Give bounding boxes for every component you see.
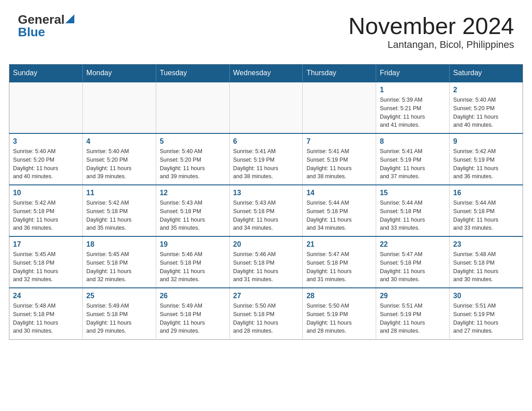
day-number: 5 — [160, 137, 226, 146]
day-of-week-saturday: Saturday — [450, 64, 523, 82]
calendar-cell — [9, 82, 83, 133]
day-info: Sunrise: 5:50 AMSunset: 5:19 PMDaylight:… — [306, 302, 372, 335]
calendar-cell: 29Sunrise: 5:51 AMSunset: 5:19 PMDayligh… — [376, 288, 450, 339]
day-number: 30 — [453, 292, 519, 300]
day-of-week-thursday: Thursday — [303, 64, 376, 82]
day-info: Sunrise: 5:41 AMSunset: 5:19 PMDaylight:… — [233, 147, 299, 181]
calendar-cell: 27Sunrise: 5:50 AMSunset: 5:18 PMDayligh… — [229, 288, 303, 339]
day-info: Sunrise: 5:45 AMSunset: 5:18 PMDaylight:… — [86, 250, 152, 284]
day-number: 7 — [306, 137, 372, 146]
day-number: 3 — [13, 137, 79, 146]
day-number: 13 — [233, 189, 299, 197]
calendar-cell: 17Sunrise: 5:45 AMSunset: 5:18 PMDayligh… — [9, 236, 83, 288]
location-title: Lantangan, Bicol, Philippines — [348, 39, 514, 51]
calendar-cell: 14Sunrise: 5:44 AMSunset: 5:18 PMDayligh… — [303, 185, 376, 236]
calendar-week-2: 3Sunrise: 5:40 AMSunset: 5:20 PMDaylight… — [9, 133, 523, 185]
day-number: 9 — [453, 137, 519, 146]
calendar-cell: 10Sunrise: 5:42 AMSunset: 5:18 PMDayligh… — [9, 185, 83, 236]
day-number: 27 — [233, 292, 299, 300]
logo-general-text: General — [18, 13, 64, 26]
day-info: Sunrise: 5:50 AMSunset: 5:18 PMDaylight:… — [233, 302, 299, 335]
day-info: Sunrise: 5:48 AMSunset: 5:18 PMDaylight:… — [13, 302, 79, 335]
calendar-week-4: 17Sunrise: 5:45 AMSunset: 5:18 PMDayligh… — [9, 236, 523, 288]
day-info: Sunrise: 5:43 AMSunset: 5:18 PMDaylight:… — [233, 199, 299, 232]
day-number: 24 — [13, 292, 79, 300]
calendar-cell: 11Sunrise: 5:42 AMSunset: 5:18 PMDayligh… — [82, 185, 156, 236]
day-info: Sunrise: 5:47 AMSunset: 5:18 PMDaylight:… — [380, 250, 446, 284]
days-of-week-row: SundayMondayTuesdayWednesdayThursdayFrid… — [9, 64, 523, 82]
day-number: 28 — [306, 292, 372, 300]
day-info: Sunrise: 5:44 AMSunset: 5:18 PMDaylight:… — [306, 199, 372, 232]
day-number: 23 — [453, 240, 519, 248]
day-info: Sunrise: 5:51 AMSunset: 5:19 PMDaylight:… — [453, 302, 519, 335]
day-info: Sunrise: 5:40 AMSunset: 5:20 PMDaylight:… — [13, 147, 79, 181]
calendar-week-5: 24Sunrise: 5:48 AMSunset: 5:18 PMDayligh… — [9, 288, 523, 339]
month-title: November 2024 — [348, 13, 514, 39]
calendar-cell: 21Sunrise: 5:47 AMSunset: 5:18 PMDayligh… — [303, 236, 376, 288]
calendar-cell: 15Sunrise: 5:44 AMSunset: 5:18 PMDayligh… — [376, 185, 450, 236]
day-number: 2 — [453, 86, 519, 94]
day-info: Sunrise: 5:46 AMSunset: 5:18 PMDaylight:… — [160, 250, 226, 284]
calendar-cell: 9Sunrise: 5:42 AMSunset: 5:19 PMDaylight… — [450, 133, 523, 185]
day-info: Sunrise: 5:44 AMSunset: 5:18 PMDaylight:… — [453, 199, 519, 232]
calendar-cell: 26Sunrise: 5:49 AMSunset: 5:18 PMDayligh… — [156, 288, 229, 339]
day-info: Sunrise: 5:49 AMSunset: 5:18 PMDaylight:… — [86, 302, 152, 335]
day-number: 21 — [306, 240, 372, 248]
day-info: Sunrise: 5:42 AMSunset: 5:18 PMDaylight:… — [13, 199, 79, 232]
day-number: 19 — [160, 240, 226, 248]
calendar-cell: 13Sunrise: 5:43 AMSunset: 5:18 PMDayligh… — [229, 185, 303, 236]
title-section: November 2024 Lantangan, Bicol, Philippi… — [348, 13, 514, 51]
calendar-cell — [229, 82, 303, 133]
day-info: Sunrise: 5:41 AMSunset: 5:19 PMDaylight:… — [306, 147, 372, 181]
calendar-week-3: 10Sunrise: 5:42 AMSunset: 5:18 PMDayligh… — [9, 185, 523, 236]
day-info: Sunrise: 5:40 AMSunset: 5:20 PMDaylight:… — [160, 147, 226, 181]
svg-marker-0 — [65, 14, 74, 23]
calendar-cell: 3Sunrise: 5:40 AMSunset: 5:20 PMDaylight… — [9, 133, 83, 185]
day-number: 29 — [380, 292, 446, 300]
calendar-cell: 25Sunrise: 5:49 AMSunset: 5:18 PMDayligh… — [82, 288, 156, 339]
day-info: Sunrise: 5:47 AMSunset: 5:18 PMDaylight:… — [306, 250, 372, 284]
day-number: 12 — [160, 189, 226, 197]
day-info: Sunrise: 5:40 AMSunset: 5:20 PMDaylight:… — [86, 147, 152, 181]
calendar-cell: 4Sunrise: 5:40 AMSunset: 5:20 PMDaylight… — [82, 133, 156, 185]
logo-arrow-icon — [65, 14, 74, 23]
calendar-cell: 8Sunrise: 5:41 AMSunset: 5:19 PMDaylight… — [376, 133, 450, 185]
day-number: 16 — [453, 189, 519, 197]
calendar-cell: 6Sunrise: 5:41 AMSunset: 5:19 PMDaylight… — [229, 133, 303, 185]
day-of-week-friday: Friday — [376, 64, 450, 82]
calendar-cell: 1Sunrise: 5:39 AMSunset: 5:21 PMDaylight… — [376, 82, 450, 133]
calendar-cell: 2Sunrise: 5:40 AMSunset: 5:20 PMDaylight… — [450, 82, 523, 133]
day-of-week-sunday: Sunday — [9, 64, 83, 82]
calendar-header: SundayMondayTuesdayWednesdayThursdayFrid… — [9, 64, 523, 82]
calendar-body: 1Sunrise: 5:39 AMSunset: 5:21 PMDaylight… — [9, 82, 523, 339]
day-number: 20 — [233, 240, 299, 248]
calendar-cell: 12Sunrise: 5:43 AMSunset: 5:18 PMDayligh… — [156, 185, 229, 236]
day-number: 22 — [380, 240, 446, 248]
day-number: 4 — [86, 137, 152, 146]
calendar-cell: 22Sunrise: 5:47 AMSunset: 5:18 PMDayligh… — [376, 236, 450, 288]
calendar-week-1: 1Sunrise: 5:39 AMSunset: 5:21 PMDaylight… — [9, 82, 523, 133]
day-of-week-wednesday: Wednesday — [229, 64, 303, 82]
day-info: Sunrise: 5:48 AMSunset: 5:18 PMDaylight:… — [453, 250, 519, 284]
calendar-cell: 19Sunrise: 5:46 AMSunset: 5:18 PMDayligh… — [156, 236, 229, 288]
day-number: 11 — [86, 189, 152, 197]
day-info: Sunrise: 5:45 AMSunset: 5:18 PMDaylight:… — [13, 250, 79, 284]
day-number: 17 — [13, 240, 79, 248]
day-number: 1 — [380, 86, 446, 94]
day-info: Sunrise: 5:51 AMSunset: 5:19 PMDaylight:… — [380, 302, 446, 335]
day-number: 26 — [160, 292, 226, 300]
calendar-cell — [82, 82, 156, 133]
calendar-cell: 7Sunrise: 5:41 AMSunset: 5:19 PMDaylight… — [303, 133, 376, 185]
day-number: 10 — [13, 189, 79, 197]
calendar-cell — [156, 82, 229, 133]
logo: General Blue — [18, 13, 74, 39]
calendar-cell — [303, 82, 376, 133]
day-number: 15 — [380, 189, 446, 197]
day-info: Sunrise: 5:46 AMSunset: 5:18 PMDaylight:… — [233, 250, 299, 284]
day-of-week-monday: Monday — [82, 64, 156, 82]
day-info: Sunrise: 5:42 AMSunset: 5:19 PMDaylight:… — [453, 147, 519, 181]
day-info: Sunrise: 5:44 AMSunset: 5:18 PMDaylight:… — [380, 199, 446, 232]
calendar-cell: 24Sunrise: 5:48 AMSunset: 5:18 PMDayligh… — [9, 288, 83, 339]
calendar-cell: 5Sunrise: 5:40 AMSunset: 5:20 PMDaylight… — [156, 133, 229, 185]
calendar-cell: 23Sunrise: 5:48 AMSunset: 5:18 PMDayligh… — [450, 236, 523, 288]
